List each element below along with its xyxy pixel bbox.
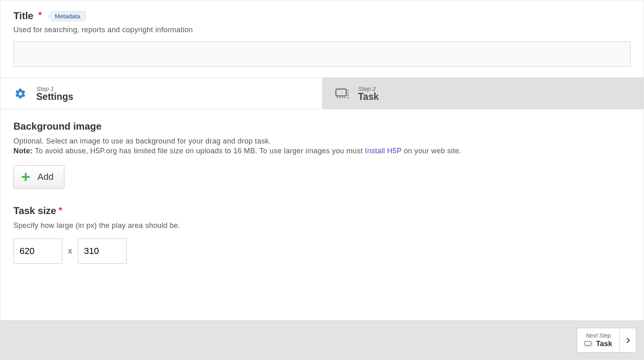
task-width-input[interactable] — [13, 239, 62, 264]
gear-icon — [13, 87, 27, 101]
background-desc-line1: Optional. Select an image to use as back… — [13, 137, 271, 145]
title-input[interactable] — [13, 42, 631, 67]
svg-point-17 — [592, 346, 593, 347]
note-before-link: To avoid abuse, H5P.org has limited file… — [33, 147, 365, 155]
step2-name: Task — [358, 91, 379, 102]
svg-point-10 — [592, 342, 593, 342]
svg-rect-9 — [585, 341, 591, 345]
install-h5p-link[interactable]: Install H5P — [365, 147, 401, 155]
tab-task-text: Step 2 Task — [358, 85, 379, 102]
task-screen-icon — [584, 341, 593, 347]
title-row: Title * Metadata — [13, 10, 631, 22]
next-step-target: Task — [596, 340, 612, 348]
task-size-section: Task size * Specify how large (in px) th… — [13, 205, 631, 264]
svg-point-1 — [347, 90, 348, 91]
task-size-heading-wrap: Task size * — [13, 205, 62, 216]
title-hint: Used for searching, reports and copyrigh… — [13, 26, 631, 34]
tab-task[interactable]: Step 2 Task — [322, 78, 644, 109]
next-step-button[interactable]: Next Step Task — [577, 328, 636, 353]
tag-arrow-icon — [47, 10, 52, 22]
svg-point-2 — [347, 92, 348, 93]
editor-panel: Title * Metadata Used for searching, rep… — [0, 0, 644, 360]
svg-point-14 — [587, 346, 588, 347]
svg-point-15 — [589, 346, 589, 347]
add-background-button[interactable]: Add — [13, 165, 64, 189]
svg-point-4 — [336, 97, 337, 98]
svg-point-16 — [590, 346, 591, 347]
required-star-icon: * — [59, 205, 62, 216]
background-description: Optional. Select an image to use as back… — [13, 136, 631, 156]
svg-point-12 — [592, 345, 593, 345]
svg-point-5 — [339, 97, 340, 98]
next-step-target-row: Task — [584, 340, 612, 348]
task-size-inputs: x — [13, 239, 631, 264]
task-height-input[interactable] — [78, 239, 127, 264]
svg-point-6 — [342, 97, 343, 98]
settings-body: Background image Optional. Select an ima… — [0, 109, 644, 320]
svg-point-11 — [592, 343, 593, 344]
task-screen-icon — [335, 87, 349, 101]
next-step-main: Next Step Task — [577, 328, 620, 352]
svg-point-8 — [347, 97, 348, 98]
chevron-right-icon — [620, 328, 636, 352]
dimension-separator: x — [68, 246, 72, 256]
step1-name: Settings — [36, 91, 73, 102]
plus-icon — [20, 172, 31, 182]
svg-point-3 — [347, 95, 348, 96]
svg-point-13 — [585, 346, 586, 347]
editor-footer: Next Step Task — [0, 320, 644, 360]
step-tabs: Step 1 Settings Step 2 — [0, 77, 644, 109]
task-size-heading: Task size — [13, 205, 56, 216]
required-star-icon: * — [38, 10, 42, 20]
tab-settings-text: Step 1 Settings — [36, 85, 73, 102]
title-section: Title * Metadata Used for searching, rep… — [0, 0, 644, 77]
note-after-link: on your web site. — [401, 147, 461, 155]
add-button-label: Add — [37, 172, 53, 182]
next-step-label: Next Step — [584, 332, 612, 339]
svg-rect-0 — [336, 89, 346, 96]
metadata-chip-button[interactable]: Metadata — [47, 10, 86, 22]
title-label: Title — [13, 10, 33, 22]
background-image-section: Background image Optional. Select an ima… — [13, 121, 631, 189]
metadata-chip-label: Metadata — [52, 11, 86, 21]
note-label: Note: — [13, 147, 33, 155]
svg-point-7 — [344, 97, 345, 98]
background-heading: Background image — [13, 121, 631, 132]
task-size-hint: Specify how large (in px) the play area … — [13, 221, 631, 230]
tab-settings[interactable]: Step 1 Settings — [0, 78, 322, 109]
